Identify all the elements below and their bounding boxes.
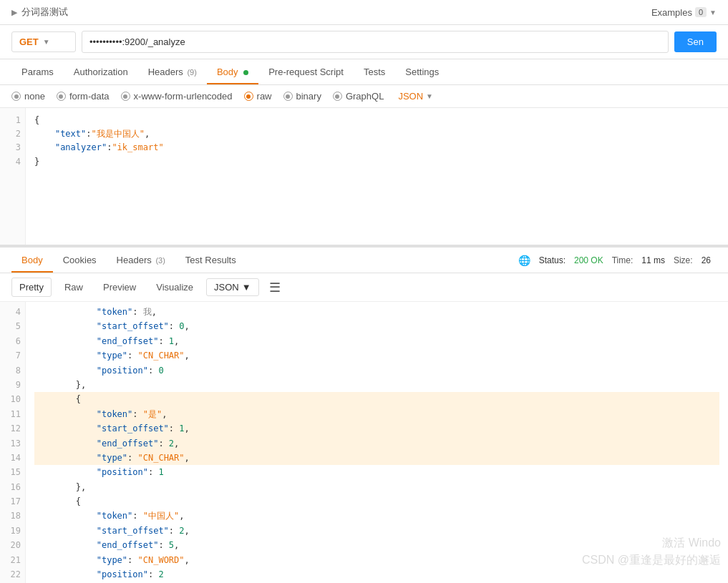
tab-tests[interactable]: Tests xyxy=(354,59,395,84)
status-label: Status: xyxy=(539,255,566,265)
resp-line-17: { xyxy=(34,494,719,509)
resp-line-9: }, xyxy=(34,378,719,392)
globe-icon: 🌐 xyxy=(518,255,530,266)
request-line-numbers: 1 2 3 4 xyxy=(0,108,26,245)
resp-tab-headers[interactable]: Headers (3) xyxy=(107,248,175,273)
response-code-lines: 4 5 6 7 8 9 10 11 12 13 14 15 16 17 18 1… xyxy=(0,302,728,583)
option-none[interactable]: none xyxy=(11,91,45,102)
radio-raw[interactable] xyxy=(244,92,253,101)
examples-count: 0 xyxy=(695,7,707,17)
top-bar: ▶ 分词器测试 Examples 0 ▼ xyxy=(0,0,728,25)
response-status: 🌐 Status: 200 OK Time: 11 ms Size: 26 xyxy=(518,255,717,266)
resp-line-13: "end_offset": 2, xyxy=(34,436,719,451)
radio-none[interactable] xyxy=(11,92,21,101)
examples-label: Examples xyxy=(651,7,692,18)
response-json-selector[interactable]: JSON ▼ xyxy=(206,278,259,296)
option-raw[interactable]: raw xyxy=(244,91,272,102)
format-preview[interactable]: Preview xyxy=(96,278,143,296)
send-button[interactable]: Sen xyxy=(674,31,717,52)
status-value: 200 OK xyxy=(574,255,603,265)
examples-arrow: ▼ xyxy=(709,9,717,16)
json-label: JSON xyxy=(398,91,423,102)
resp-line-12: "start_offset": 1, xyxy=(34,421,719,436)
tab-params[interactable]: Params xyxy=(11,59,64,84)
resp-line-4: "token": 我, xyxy=(34,305,719,319)
resp-line-8: "position": 0 xyxy=(34,363,719,378)
response-section: Body Cookies Headers (3) Test Results 🌐 … xyxy=(0,248,728,583)
format-pretty[interactable]: Pretty xyxy=(11,278,52,297)
option-formdata[interactable]: form-data xyxy=(57,91,110,102)
expand-arrow[interactable]: ▶ xyxy=(11,8,17,17)
json-format-selector[interactable]: JSON ▼ xyxy=(398,91,433,102)
headers-badge: (9) xyxy=(187,68,196,77)
size-label: Size: xyxy=(674,255,693,265)
time-value: 11 ms xyxy=(641,255,665,265)
time-label: Time: xyxy=(612,255,634,265)
option-binary[interactable]: binary xyxy=(283,91,321,102)
resp-line-10: { xyxy=(34,392,719,406)
resp-line-20: "end_offset": 5, xyxy=(34,538,719,552)
resp-line-16: }, xyxy=(34,480,719,494)
page-title: 分词器测试 xyxy=(21,6,68,19)
tab-authorization[interactable]: Authorization xyxy=(64,59,138,84)
page-title-area: ▶ 分词器测试 xyxy=(11,6,68,19)
request-code-area: 1 2 3 4 { "text":"我是中国人", "analyzer":"ik… xyxy=(0,108,728,248)
response-code-area[interactable]: 4 5 6 7 8 9 10 11 12 13 14 15 16 17 18 1… xyxy=(0,302,728,583)
tab-headers[interactable]: Headers (9) xyxy=(138,59,207,84)
radio-graphql[interactable] xyxy=(333,92,342,101)
response-tabs: Body Cookies Headers (3) Test Results xyxy=(11,248,246,273)
resp-line-22: "position": 2 xyxy=(34,567,719,582)
resp-line-19: "start_offset": 2, xyxy=(34,524,719,538)
url-input[interactable] xyxy=(82,31,669,53)
radio-binary[interactable] xyxy=(283,92,293,101)
tab-settings[interactable]: Settings xyxy=(395,59,449,84)
resp-headers-badge: (3) xyxy=(155,256,165,265)
resp-line-numbers: 4 5 6 7 8 9 10 11 12 13 14 15 16 17 18 1… xyxy=(0,302,26,583)
size-value: 26 xyxy=(702,255,711,265)
response-tabs-row: Body Cookies Headers (3) Test Results 🌐 … xyxy=(0,248,728,273)
resp-line-18: "token": "中国人", xyxy=(34,509,719,523)
response-format-row: Pretty Raw Preview Visualize JSON ▼ ☰ xyxy=(0,273,728,302)
method-select[interactable]: GET ▼ xyxy=(11,31,76,52)
method-label: GET xyxy=(19,36,39,47)
format-raw[interactable]: Raw xyxy=(57,278,90,296)
json-dropdown-arrow: ▼ xyxy=(426,92,433,100)
body-active-dot xyxy=(243,70,248,75)
resp-line-7: "type": "CN_CHAR", xyxy=(34,348,719,363)
tab-prerequest[interactable]: Pre-request Script xyxy=(258,59,354,84)
code-line-1: { xyxy=(34,114,719,127)
resp-line-11: "token": "是", xyxy=(34,407,719,421)
resp-tab-cookies[interactable]: Cookies xyxy=(53,248,107,273)
examples-button[interactable]: Examples 0 ▼ xyxy=(651,7,717,18)
format-visualize[interactable]: Visualize xyxy=(149,278,200,296)
method-arrow: ▼ xyxy=(43,38,50,46)
resp-json-label: JSON xyxy=(214,282,239,293)
code-line-3: "analyzer":"ik_smart" xyxy=(34,141,719,155)
resp-tab-testresults[interactable]: Test Results xyxy=(175,248,246,273)
request-tabs: Params Authorization Headers (9) Body Pr… xyxy=(0,59,728,85)
tab-body[interactable]: Body xyxy=(207,59,258,84)
radio-formdata[interactable] xyxy=(57,92,66,101)
resp-code-content: "token": 我, "start_offset": 0, "end_offs… xyxy=(26,302,728,583)
option-graphql[interactable]: GraphQL xyxy=(333,91,384,102)
resp-tab-body[interactable]: Body xyxy=(11,248,53,273)
code-line-4: } xyxy=(34,155,719,169)
wrap-button[interactable]: ☰ xyxy=(269,280,281,295)
resp-line-5: "start_offset": 0, xyxy=(34,319,719,333)
request-code-content[interactable]: { "text":"我是中国人", "analyzer":"ik_smart" … xyxy=(26,108,728,245)
resp-json-arrow: ▼ xyxy=(242,282,251,293)
resp-line-14: "type": "CN_CHAR", xyxy=(34,451,719,465)
resp-line-15: "position": 1 xyxy=(34,465,719,479)
radio-urlencoded[interactable] xyxy=(121,92,130,101)
resp-line-6: "end_offset": 1, xyxy=(34,334,719,348)
body-options-row: none form-data x-www-form-urlencoded raw… xyxy=(0,85,728,108)
option-urlencoded[interactable]: x-www-form-urlencoded xyxy=(121,91,233,102)
resp-line-21: "type": "CN_WORD", xyxy=(34,553,719,567)
code-line-2: "text":"我是中国人", xyxy=(34,127,719,141)
url-bar: GET ▼ Sen xyxy=(0,25,728,59)
